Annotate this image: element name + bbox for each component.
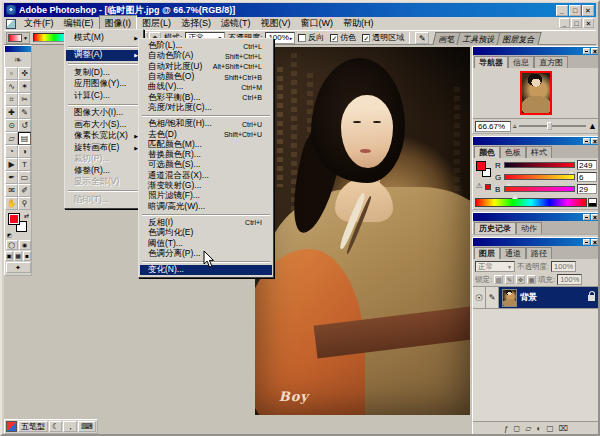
tool-eyedropper[interactable]: ✐ (18, 184, 31, 197)
lock-pixels-icon[interactable]: ✎ (505, 275, 514, 284)
tool-blur[interactable]: ◔ (5, 145, 18, 158)
footer-icon-adjustment-layer[interactable]: ◐ (536, 423, 541, 435)
tab-info[interactable]: 信息 (508, 56, 534, 68)
foreground-color-swatch[interactable] (8, 213, 20, 225)
footer-icon-layer-style[interactable]: ƒ (504, 423, 508, 435)
doc-close-button[interactable]: ✕ (583, 18, 594, 28)
checkbox-transparency[interactable]: ✓透明区域 (362, 32, 404, 43)
lock-transparency-icon[interactable]: ▨ (494, 275, 503, 284)
menu-item[interactable] (68, 63, 140, 65)
palette-minimize-button[interactable] (583, 239, 590, 245)
navigator-view-box[interactable] (521, 72, 551, 114)
channel-value-input[interactable]: 29 (577, 184, 597, 194)
tool-rectangular-marquee[interactable]: ▫ (5, 67, 18, 80)
ime-fullhalf-moon-icon[interactable]: ☾ (49, 421, 62, 432)
menu-item-calculations[interactable]: 计算(C)... (66, 90, 142, 102)
menu-help[interactable]: 帮助(H) (338, 16, 379, 31)
layer-opacity-input[interactable]: 100% (551, 261, 576, 272)
tab-channels[interactable]: 通道 (500, 247, 526, 259)
tab-styles[interactable]: 样式 (526, 146, 552, 158)
lock-position-icon[interactable]: ✜ (516, 275, 525, 284)
tool-clone-stamp[interactable]: ⊙ (5, 119, 18, 132)
spinner-arrow-icon[interactable]: ▸ (290, 35, 293, 41)
zoom-in-icon[interactable]: ▲ (588, 121, 597, 131)
black-white-ramp[interactable] (588, 198, 597, 207)
menu-item-image-size[interactable]: 图像大小(I)... (66, 108, 142, 120)
checkbox-box[interactable] (298, 34, 306, 42)
tool-dodge[interactable]: ◑ (18, 145, 31, 158)
layer-row-background[interactable]: ☉ ✎ 背景 (473, 287, 599, 309)
footer-icon-delete-layer[interactable]: ⌧ (559, 423, 568, 435)
footer-icon-new-layer[interactable]: ▢ (546, 423, 554, 435)
tool-path-selection[interactable]: ▶ (5, 158, 18, 171)
layer-blend-mode-select[interactable]: 正常 ▼ (475, 261, 515, 272)
channel-slider[interactable] (504, 186, 575, 192)
menu-item-adjustments[interactable]: 调整(A) (66, 50, 142, 62)
ime-mode-button[interactable]: 五笔型 (18, 421, 48, 432)
zoom-slider-thumb[interactable] (547, 122, 552, 130)
palette-close-button[interactable] (591, 239, 598, 245)
menu-window[interactable]: 窗口(W) (296, 16, 339, 31)
menu-item[interactable] (68, 104, 140, 106)
menu-item[interactable] (142, 214, 270, 216)
tool-zoom[interactable]: ⚲ (18, 197, 31, 210)
zoom-out-icon[interactable]: ▵ (513, 122, 517, 130)
palette-minimize-button[interactable] (583, 214, 590, 220)
swap-colors-icon[interactable]: ⇄ (24, 212, 29, 219)
palette-titlebar[interactable] (473, 137, 599, 145)
tab-swatches[interactable]: 色板 (500, 146, 526, 158)
tool-eraser[interactable]: ▱ (5, 132, 18, 145)
palette-minimize-button[interactable] (583, 138, 590, 144)
menu-item-crop[interactable]: 裁切(P)... (66, 154, 142, 166)
document-icon[interactable] (6, 19, 16, 29)
ime-punctuation-icon[interactable]: ， (63, 421, 77, 432)
menu-item-shadow-highlight[interactable]: 暗调/高光(W)... (140, 201, 272, 211)
palette-close-button[interactable] (591, 138, 598, 144)
foreground-color-swatch[interactable] (476, 161, 486, 171)
mode-quick-mask-mode[interactable]: ◉ (19, 240, 31, 250)
mode-standard-mode[interactable]: ◯ (6, 240, 18, 250)
menu-item[interactable] (68, 46, 140, 48)
menu-file[interactable]: 文件(F) (19, 16, 59, 31)
well-tab-tool-presets[interactable]: 工具预设 (457, 32, 502, 45)
screen-fullscreen-with-menubar[interactable]: ▦ (14, 251, 22, 261)
menu-view[interactable]: 视图(V) (256, 16, 296, 31)
channel-value-input[interactable]: 6 (577, 172, 597, 182)
default-colors-icon[interactable]: ◩ (7, 232, 12, 238)
ime-logo-icon[interactable] (6, 421, 17, 432)
doc-minimize-button[interactable]: _ (559, 18, 570, 28)
gradient-tool-preset[interactable]: ▼ (6, 32, 30, 44)
well-tab-layer-comps[interactable]: 图层复合 (497, 32, 542, 45)
tab-navigator[interactable]: 导航器 (474, 56, 508, 68)
maximize-button[interactable]: □ (569, 5, 581, 16)
layer-fill-input[interactable]: 100% (557, 274, 582, 285)
tool-magic-wand[interactable]: ✶ (18, 80, 31, 93)
channel-value-input[interactable]: 249 (577, 160, 597, 170)
tab-color[interactable]: 颜色 (474, 146, 500, 158)
tool-pen[interactable]: ✒ (5, 171, 18, 184)
tool-notes[interactable]: ✉ (5, 184, 18, 197)
brushes-palette-toggle[interactable]: ✎ (415, 32, 429, 44)
palette-titlebar[interactable] (473, 47, 599, 55)
menu-item-duplicate[interactable]: 复制(D)... (66, 67, 142, 79)
checkbox-box[interactable]: ✓ (362, 34, 370, 42)
tab-history[interactable]: 历史记录 (474, 222, 516, 234)
tool-gradient[interactable]: ▤ (18, 132, 31, 145)
footer-icon-layer-mask[interactable]: ◻ (514, 423, 521, 435)
zoom-percent-input[interactable]: 66.67% (475, 121, 511, 132)
palette-titlebar[interactable] (473, 213, 599, 221)
minimize-button[interactable]: _ (556, 5, 568, 16)
menu-item-canvas-size[interactable]: 画布大小(S)... (66, 119, 142, 131)
palette-close-button[interactable] (591, 48, 598, 54)
gamut-warning-icon[interactable]: ⚠ (476, 182, 482, 190)
menu-filter[interactable]: 滤镜(T) (216, 16, 256, 31)
channel-slider[interactable] (504, 174, 575, 180)
menu-item-mode[interactable]: 模式(M) (66, 32, 142, 44)
tab-histogram[interactable]: 直方图 (534, 56, 568, 68)
jump-to-imageready-button[interactable]: ✦ (6, 262, 31, 273)
menu-item-trap[interactable]: 陷印(T)... (66, 194, 142, 206)
close-button[interactable]: ✕ (582, 5, 594, 16)
menu-item[interactable] (142, 115, 270, 117)
color-spectrum-ramp[interactable] (475, 198, 587, 207)
layer-visibility-eye-icon[interactable]: ☉ (473, 287, 486, 308)
